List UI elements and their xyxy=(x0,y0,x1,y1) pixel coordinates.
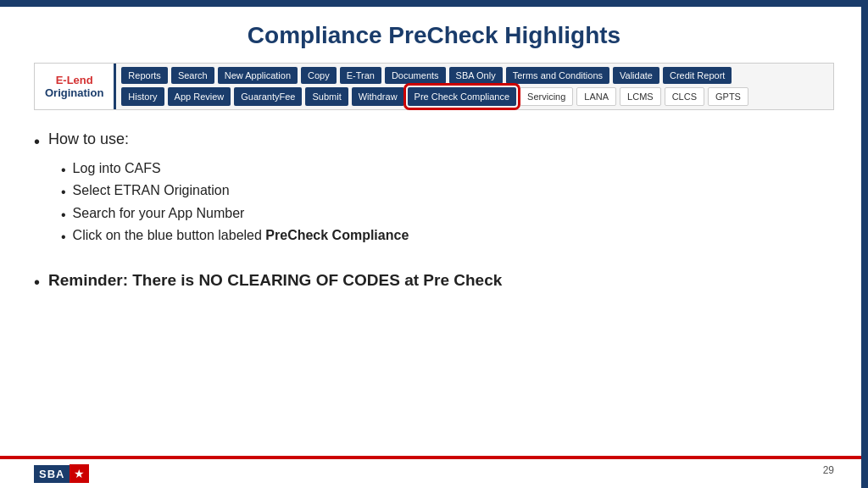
sub-bullet-click: • Click on the blue button labeled PreCh… xyxy=(61,228,834,247)
main-bullet-dot: • xyxy=(34,130,40,152)
sub-bullet-dot-1: • xyxy=(61,161,66,180)
bullet-section: • How to use: • Log into CAFS • Select E… xyxy=(34,130,834,447)
btn-credit-report[interactable]: Credit Report xyxy=(663,67,732,84)
btn-servicing[interactable]: Servicing xyxy=(520,87,573,106)
precheck-bold: PreCheck Compliance xyxy=(265,228,409,242)
sub-bullet-search: • Search for your App Number xyxy=(61,206,834,225)
btn-gpts[interactable]: GPTS xyxy=(708,87,748,106)
sub-bullet-dot-4: • xyxy=(61,228,66,247)
sub-bullets: • Log into CAFS • Select ETRAN Originati… xyxy=(61,161,834,247)
nav-label-line1: E-Lend xyxy=(56,74,93,86)
btn-guaranty-fee[interactable]: GuarantyFee xyxy=(234,87,302,106)
sub-bullet-dot-2: • xyxy=(61,183,66,202)
btn-search[interactable]: Search xyxy=(171,67,214,84)
sba-logo-star: ★ xyxy=(70,464,89,483)
sub-bullet-search-text: Search for your App Number xyxy=(73,206,245,221)
sba-logo: SBA ★ xyxy=(34,464,89,483)
slide: Compliance PreCheck Highlights E-Lend Or… xyxy=(0,0,868,488)
sba-logo-text: SBA xyxy=(34,465,70,483)
sub-bullet-cafs-text: Log into CAFS xyxy=(73,161,161,176)
btn-clcs[interactable]: CLCS xyxy=(665,87,704,106)
bottom-area: SBA ★ xyxy=(0,456,868,488)
nav-row-2: History App Review GuarantyFee Submit Wi… xyxy=(121,87,828,106)
slide-title: Compliance PreCheck Highlights xyxy=(34,22,834,49)
page-number: 29 xyxy=(823,464,834,476)
how-to-use-label: How to use: xyxy=(48,130,129,148)
btn-copy[interactable]: Copy xyxy=(301,67,337,84)
btn-etran[interactable]: E-Tran xyxy=(340,67,381,84)
sub-bullet-click-text: Click on the blue button labeled PreChec… xyxy=(73,228,409,243)
btn-terms-conditions[interactable]: Terms and Conditions xyxy=(506,67,609,84)
nav-label: E-Lend Origination xyxy=(35,64,116,109)
sub-bullet-dot-3: • xyxy=(61,206,66,225)
right-accent xyxy=(861,0,868,488)
sub-bullet-etran: • Select ETRAN Origination xyxy=(61,183,834,202)
how-to-use-bullet: • How to use: xyxy=(34,130,834,152)
btn-lcms[interactable]: LCMS xyxy=(620,87,661,106)
content: Compliance PreCheck Highlights E-Lend Or… xyxy=(0,7,868,456)
btn-reports[interactable]: Reports xyxy=(121,67,168,84)
btn-submit[interactable]: Submit xyxy=(305,87,348,106)
nav-label-line2: Origination xyxy=(45,86,103,99)
btn-lana[interactable]: LANA xyxy=(576,87,616,106)
reminder-bullet-dot: • xyxy=(34,271,40,293)
btn-validate[interactable]: Validate xyxy=(613,67,659,84)
sub-bullet-cafs: • Log into CAFS xyxy=(61,161,834,180)
nav-container: E-Lend Origination Reports Search New Ap… xyxy=(34,63,834,110)
btn-documents[interactable]: Documents xyxy=(385,67,446,84)
nav-row-1: Reports Search New Application Copy E-Tr… xyxy=(121,67,828,84)
btn-history[interactable]: History xyxy=(121,87,164,106)
btn-precheck-compliance[interactable]: Pre Check Compliance xyxy=(408,87,517,106)
btn-app-review[interactable]: App Review xyxy=(168,87,231,106)
btn-withdraw[interactable]: Withdraw xyxy=(352,87,404,106)
nav-buttons-wrapper: Reports Search New Application Copy E-Tr… xyxy=(116,64,833,109)
btn-sba-only[interactable]: SBA Only xyxy=(449,67,503,84)
reminder-text: Reminder: There is NO CLEARING OF CODES … xyxy=(48,271,502,290)
btn-new-application[interactable]: New Application xyxy=(218,67,298,84)
top-bar xyxy=(0,0,868,7)
reminder-bullet: • Reminder: There is NO CLEARING OF CODE… xyxy=(34,271,834,293)
sub-bullet-etran-text: Select ETRAN Origination xyxy=(73,183,230,198)
